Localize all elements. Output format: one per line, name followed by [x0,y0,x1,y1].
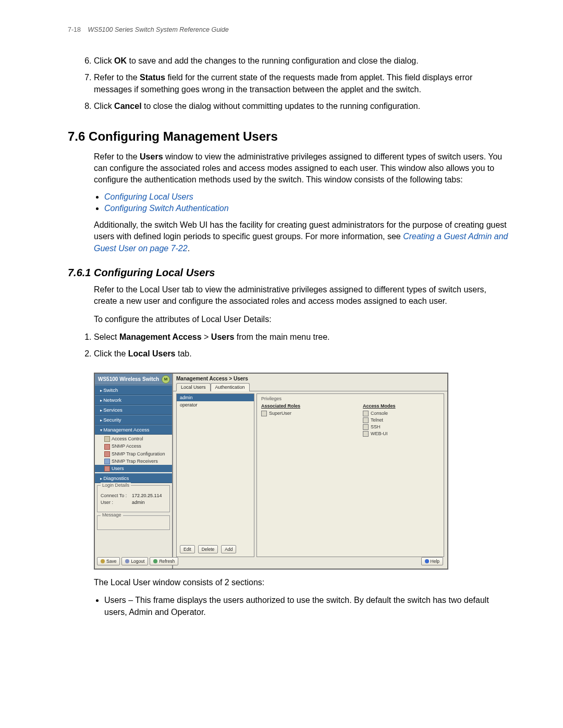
role-entry: SuperUser [261,411,300,416]
user-list-actions: Edit Delete Add [177,542,254,557]
save-button[interactable]: Save [97,557,120,565]
logout-icon [125,559,129,563]
nav-snmp-trap-receivers[interactable]: SNMP Trap Receivers [95,458,172,465]
mode-icon [363,417,369,423]
user-list-pane: admin operator Edit Delete Add [176,393,254,557]
paragraph: To configure the attributes of Local Use… [94,314,511,325]
help-icon [425,559,429,563]
access-modes-col: Access Modes Console Telnet SSH WEB-UI [363,403,396,438]
folder-icon [104,451,110,457]
subsection-heading: 7.6.1 Configuring Local Users [68,267,511,279]
document-page: 7-18 WS5100 Series Switch System Referen… [0,0,563,656]
page-number: 7-18 [68,26,81,33]
save-icon [101,559,105,563]
tab-bar: Local Users Authentication [173,382,447,391]
role-icon [261,411,267,416]
mode-icon [363,411,369,416]
link-list: Configuring Local Users Configuring Swit… [104,192,511,213]
running-header: 7-18 WS5100 Series Switch System Referen… [68,26,511,33]
step-item: Refer to the Status field for the curren… [94,72,511,95]
bullet-list: Users – This frame displays the users au… [104,595,511,618]
nav-switch[interactable]: Switch [95,385,172,395]
step-item: Click Cancel to close the dialog without… [94,101,511,112]
guide-title: WS5100 Series Switch System Reference Gu… [88,26,229,33]
user-list-item[interactable]: operator [177,401,254,409]
section-heading: 7.6 Configuring Management Users [68,129,511,144]
step-list-b: Select Management Access > Users from th… [94,331,511,360]
nav-access-control[interactable]: Access Control [95,436,172,443]
mode-entry: WEB-UI [363,431,396,437]
folder-icon [104,466,110,472]
login-user-value: admin [132,500,145,505]
step-item: Select Management Access > Users from th… [94,331,511,343]
link-configuring-switch-auth[interactable]: Configuring Switch Authentication [104,204,229,213]
nav-users[interactable]: Users [95,465,172,472]
content-area: Management Access > Users Local Users Au… [173,374,447,569]
nav-management-children: Access Control SNMP Access SNMP Trap Con… [95,435,172,474]
help-button[interactable]: Help [421,557,443,565]
mode-entry: SSH [363,424,396,430]
add-button[interactable]: Add [221,545,236,553]
logout-button[interactable]: Logout [121,557,148,565]
edit-button[interactable]: Edit [180,545,195,553]
refresh-icon [153,559,157,563]
breadcrumb: Management Access > Users [173,374,447,382]
paragraph: Additionally, the switch Web UI has the … [94,219,511,254]
folder-icon [104,459,110,464]
privileges-pane: Privileges Associated Roles SuperUser Ac… [256,393,444,557]
logo-badge-icon: M [162,375,170,384]
login-connect-value: 172.20.25.114 [132,493,162,498]
mode-entry: Telnet [363,417,396,423]
message-box: Message [97,515,170,530]
product-title: WS5100 Wireless Switch M [95,374,172,385]
nav-tree: Switch Network Services Security Managem… [95,385,172,484]
nav-snmp-trap-config[interactable]: SNMP Trap Configuration [95,450,172,458]
step-list-a: Click OK to save and add the changes to … [94,55,511,113]
bullet-item: Users – This frame displays the users au… [104,595,511,618]
mode-entry: Console [363,411,396,416]
paragraph: Refer to the Local User tab to view the … [94,284,511,307]
nav-diagnostics[interactable]: Diagnostics [95,473,172,483]
paragraph: Refer to the Users window to view the ad… [94,151,511,186]
nav-security[interactable]: Security [95,415,172,425]
folder-icon [104,444,110,450]
step-item: Click the Local Users tab. [94,348,511,360]
delete-button[interactable]: Delete [198,545,218,553]
nav-snmp-access[interactable]: SNMP Access [95,443,172,450]
sidebar-buttons: Save Logout Refresh [95,554,172,569]
sidebar: WS5100 Wireless Switch M Switch Network … [95,374,173,569]
nav-network[interactable]: Network [95,395,172,405]
privileges-header: Privileges [261,396,439,401]
login-details: Login Details Connect To : 172.20.25.114… [97,485,170,512]
mode-icon [363,431,369,437]
tab-local-users[interactable]: Local Users [176,383,211,391]
screenshot-figure: WS5100 Wireless Switch M Switch Network … [94,373,448,570]
nav-services[interactable]: Services [95,405,172,415]
user-list-item[interactable]: admin [177,394,254,401]
tab-authentication[interactable]: Authentication [211,383,250,391]
associated-roles-col: Associated Roles SuperUser [261,403,300,438]
step-item: Click OK to save and add the changes to … [94,55,511,67]
folder-icon [104,436,110,442]
mode-icon [363,424,369,430]
link-configuring-local-users[interactable]: Configuring Local Users [104,192,193,201]
paragraph: The Local User window consists of 2 sect… [94,577,511,588]
nav-management-access[interactable]: Management Access [95,425,172,435]
